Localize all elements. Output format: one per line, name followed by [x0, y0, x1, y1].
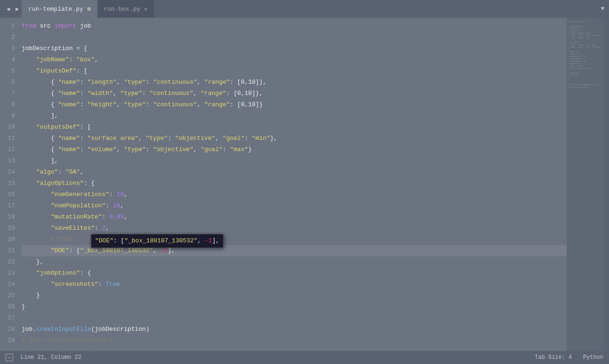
tooltip-box: "DOE": ["_box_180107_130532", -1], — [91, 234, 223, 248]
code-line: }, — [22, 256, 567, 268]
tab-size: Tab Size: 4 — [535, 354, 572, 361]
code-line: { "name": "height", "type": "continuous"… — [22, 99, 567, 110]
nav-forward[interactable]: ▶ — [13, 4, 22, 15]
code-line: } — [22, 290, 567, 301]
code-line: "mutationRate": 0.05, — [22, 211, 567, 223]
minimap: from src import job jobDescription = { "… — [567, 18, 604, 351]
code-line: from src import job — [22, 21, 567, 32]
code-line: "algoOptions": { — [22, 178, 567, 189]
status-icon: ▭ — [6, 354, 13, 361]
code-line: } — [22, 301, 567, 313]
status-right: Tab Size: 4 Python — [535, 354, 603, 361]
scrollbar[interactable] — [604, 18, 609, 351]
code-line: ], — [22, 110, 567, 122]
code-line: ], — [22, 155, 567, 167]
code-line: { "name": "volume", "type": "objective",… — [22, 144, 567, 155]
language: Python — [583, 354, 603, 361]
code-line: { "name": "length", "type": "continuous"… — [22, 77, 567, 88]
line-numbers: 1234567891011121314151617181920212223242… — [0, 18, 20, 351]
code-line: jobDescription = { — [22, 43, 567, 54]
code-content[interactable]: "DOE": ["_box_180107_130532", -1], from … — [20, 18, 567, 351]
status-bar: ▭ Line 21, Column 22 Tab Size: 4 Python — [0, 351, 609, 364]
code-line: "saveElites": 2, — [22, 223, 567, 234]
editor: 1234567891011121314151617181920212223242… — [0, 18, 609, 351]
code-line: "numPopulation": 10, — [22, 200, 567, 211]
code-line: # job.run(jobDescription) — [22, 335, 567, 346]
code-line: job.createInputFile(jobDescription) — [22, 324, 567, 335]
code-line: "jobName": "box", — [22, 54, 567, 66]
tab-run-template[interactable]: run-template.py — [22, 0, 97, 18]
code-line: "screenshots": True — [22, 279, 567, 290]
status-left: ▭ Line 21, Column 22 — [6, 354, 82, 361]
tab-run-box[interactable]: run-box.py ✕ — [97, 0, 154, 18]
code-line: "inputsDef": [ — [22, 66, 567, 77]
code-line — [22, 313, 567, 324]
tab-overflow-icon[interactable]: ▼ — [601, 6, 604, 12]
code-line — [22, 32, 567, 43]
code-line: "jobOptions": { — [22, 268, 567, 279]
nav-back[interactable]: ◀ — [4, 4, 13, 15]
code-line: "algo": "GA", — [22, 167, 567, 178]
cursor-position: Line 21, Column 22 — [21, 354, 82, 361]
tab-label: run-box.py — [104, 6, 141, 13]
code-line: "numGenerations": 10, — [22, 189, 567, 200]
tab-close-icon[interactable]: ✕ — [144, 6, 148, 13]
code-line: { "name": "width", "type": "continuous",… — [22, 88, 567, 99]
tab-label: run-template.py — [28, 6, 83, 13]
code-line: "outputsDef": [ — [22, 122, 567, 133]
tab-modified-dot — [87, 7, 91, 11]
tab-bar: ◀ ▶ run-template.py run-box.py ✕ ▼ — [0, 0, 609, 18]
code-line: { "name": "surface area", "type": "objec… — [22, 133, 567, 144]
